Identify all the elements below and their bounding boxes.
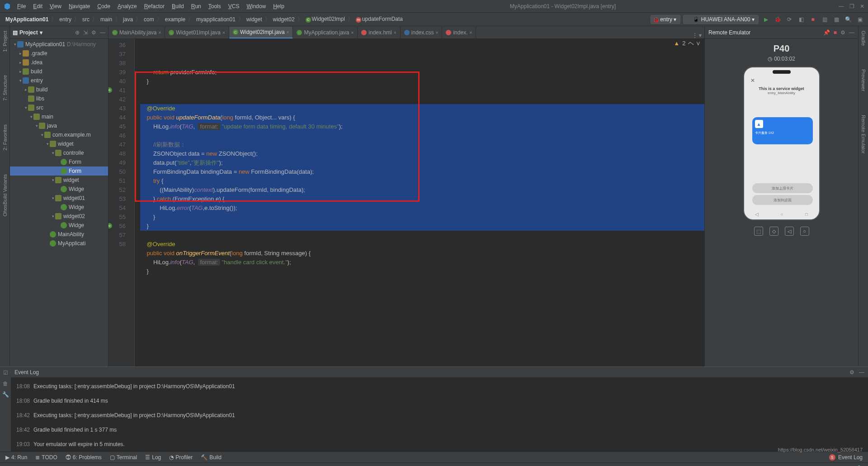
- menu-analyze[interactable]: Analyze: [115, 2, 140, 10]
- tree-node[interactable]: ▸.gradle: [10, 49, 108, 58]
- tab-close-icon[interactable]: ×: [158, 30, 161, 35]
- build-tab[interactable]: 🔨 Build: [201, 454, 222, 461]
- tree-node[interactable]: Form: [10, 157, 108, 166]
- tree-node[interactable]: ▾widget02: [10, 212, 108, 221]
- profiler-tab[interactable]: ◔ Profiler: [169, 454, 193, 461]
- left-tab[interactable]: 7: Structure: [1, 72, 9, 104]
- crumb-3[interactable]: main: [99, 15, 114, 24]
- crumb-4[interactable]: java: [121, 15, 135, 24]
- tree-node[interactable]: Widge: [10, 185, 108, 194]
- tree-node[interactable]: Widge: [10, 221, 108, 230]
- run-tab[interactable]: ▶ 4: Run: [5, 454, 27, 461]
- crumb-8[interactable]: widget: [245, 15, 264, 24]
- menu-window[interactable]: Window: [244, 2, 269, 10]
- menu-build[interactable]: Build: [169, 2, 187, 10]
- right-tab[interactable]: Gradle: [860, 28, 867, 48]
- crumb-6[interactable]: example: [163, 15, 187, 24]
- tree-node[interactable]: ▸.idea: [10, 58, 108, 67]
- log-entries[interactable]: 18:08Executing tasks: [:entry:assembleDe…: [11, 378, 868, 452]
- menu-file[interactable]: File: [14, 2, 28, 10]
- emulator-gear-icon[interactable]: ⚙: [840, 29, 845, 36]
- hide-icon[interactable]: —: [100, 29, 105, 36]
- sdk-icon[interactable]: ▦: [832, 15, 841, 24]
- crumb-2[interactable]: src: [80, 15, 91, 24]
- crumb-0[interactable]: MyApplication01: [4, 15, 50, 24]
- tabs-overflow[interactable]: ⋮ ▾: [689, 32, 704, 38]
- override-icon[interactable]: o: [108, 87, 112, 93]
- editor-tab[interactable]: index.css ×: [401, 27, 443, 38]
- problems-tab[interactable]: ⓵ 6: Problems: [66, 454, 102, 461]
- log-gear-icon[interactable]: ⚙: [849, 369, 854, 376]
- editor-tab[interactable]: CMainAbility.java ×: [108, 27, 165, 38]
- project-tree[interactable]: ▾MyApplication01D:\Harmony▸.gradle▸.idea…: [10, 39, 108, 366]
- tree-node[interactable]: ▾widget: [10, 176, 108, 185]
- todo-tab[interactable]: ≣ TODO: [35, 454, 57, 461]
- tree-node[interactable]: ▾com.example.m: [10, 130, 108, 139]
- menu-help[interactable]: Help: [270, 2, 287, 10]
- tab-close-icon[interactable]: ×: [469, 30, 472, 35]
- maximize-icon[interactable]: ❐: [849, 3, 854, 10]
- minimize-icon[interactable]: —: [839, 3, 844, 10]
- run-icon[interactable]: ▶: [761, 15, 770, 24]
- menu-refactor[interactable]: Refactor: [142, 2, 167, 10]
- tree-node[interactable]: libs: [10, 94, 108, 103]
- menu-edit[interactable]: Edit: [30, 2, 45, 10]
- tree-node[interactable]: ▾MyApplication01D:\Harmony: [10, 40, 108, 49]
- back-icon[interactable]: ◁: [785, 227, 794, 236]
- tree-node[interactable]: Widge: [10, 203, 108, 212]
- screenshot-icon[interactable]: ⬚: [754, 227, 763, 236]
- tree-node[interactable]: ▸build: [10, 67, 108, 76]
- tree-node[interactable]: MyApplicati: [10, 239, 108, 248]
- editor-tab[interactable]: index.hml ×: [358, 27, 400, 38]
- editor-tab[interactable]: index. ×: [442, 27, 476, 38]
- tree-node[interactable]: ▾java: [10, 121, 108, 130]
- pin-icon[interactable]: 📌: [823, 29, 830, 36]
- pill-add-slide[interactable]: 添加上滑卡片: [752, 183, 813, 193]
- tab-close-icon[interactable]: ×: [436, 30, 439, 35]
- crumb-1[interactable]: entry: [57, 15, 73, 24]
- tree-node[interactable]: ▾controlle: [10, 148, 108, 157]
- menu-navigate[interactable]: Navigate: [66, 2, 93, 10]
- code-editor[interactable]: 363738394041o424344454647484950515253545…: [108, 39, 704, 366]
- tree-node[interactable]: ▾entry: [10, 76, 108, 85]
- tab-close-icon[interactable]: ×: [351, 30, 354, 35]
- override-icon[interactable]: o: [108, 223, 112, 228]
- menu-run[interactable]: Run: [189, 2, 204, 10]
- menu-tools[interactable]: Tools: [206, 2, 224, 10]
- right-tab[interactable]: Previewer: [860, 67, 867, 94]
- phone-close-icon[interactable]: ✕: [750, 77, 755, 84]
- crumb-9[interactable]: widget02: [271, 15, 297, 24]
- emulator-hide-icon[interactable]: —: [849, 29, 854, 36]
- device-combo[interactable]: 📱 HUAWEI ANA-AN00 ▾: [683, 15, 759, 24]
- settings-icon[interactable]: ▣: [855, 15, 864, 24]
- phone-frame[interactable]: ✕ This is a service widget entry_MainAbi…: [743, 67, 820, 220]
- crumb-11[interactable]: mupdateFormData: [354, 15, 405, 24]
- search-icon[interactable]: 🔍: [844, 15, 853, 24]
- tree-node[interactable]: ▾main: [10, 112, 108, 121]
- menu-vcs[interactable]: VCS: [226, 2, 242, 10]
- tree-node[interactable]: ▾widget: [10, 139, 108, 148]
- profile-icon[interactable]: ◧: [797, 15, 806, 24]
- emulator-stop-icon[interactable]: ■: [834, 29, 837, 36]
- right-tab[interactable]: Remote Emulator: [860, 112, 867, 157]
- rotate-icon[interactable]: ◇: [769, 227, 778, 236]
- menu-view[interactable]: View: [47, 2, 64, 10]
- tab-close-icon[interactable]: ×: [287, 30, 289, 35]
- pill-add-desktop[interactable]: 添加到桌面: [752, 195, 813, 205]
- tree-node[interactable]: MainAbility: [10, 230, 108, 239]
- editor-tab[interactable]: CWidget02Impl.java ×: [229, 27, 293, 38]
- left-tab[interactable]: OhosBuild Variants: [1, 171, 9, 219]
- avd-icon[interactable]: ▥: [820, 15, 829, 24]
- debug-icon[interactable]: 🐞: [773, 15, 782, 24]
- left-tab[interactable]: 2: Favorites: [1, 122, 9, 153]
- terminal-tab[interactable]: ▢ Terminal: [110, 454, 137, 461]
- crumb-10[interactable]: CWidget02Impl: [304, 15, 347, 24]
- editor-tab[interactable]: CWidget01Impl.java ×: [165, 27, 229, 38]
- tree-node[interactable]: Form: [10, 166, 108, 176]
- close-icon[interactable]: ✕: [860, 3, 864, 10]
- filter-icon[interactable]: ☑: [3, 370, 8, 376]
- stop-icon[interactable]: ■: [808, 15, 817, 24]
- wrench-icon[interactable]: 🔧: [2, 391, 9, 398]
- inspection-badge[interactable]: ▲2 ヘ ∨: [674, 39, 701, 48]
- log-hide-icon[interactable]: —: [859, 369, 864, 376]
